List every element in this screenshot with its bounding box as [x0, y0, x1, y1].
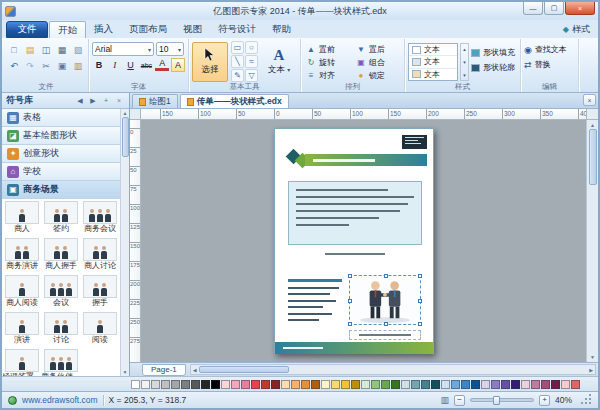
library-panel-header[interactable]: ▦ 表格 — [2, 109, 120, 127]
color-swatch[interactable] — [251, 380, 260, 389]
color-swatch[interactable] — [521, 380, 530, 389]
color-swatch[interactable] — [261, 380, 270, 389]
font-style-button[interactable]: B — [92, 58, 106, 72]
symbol-item[interactable]: 经理签署文件 — [3, 349, 41, 376]
symbol-item[interactable]: 商人 — [3, 201, 41, 237]
sidebar-scrollbar[interactable]: ▲ ▼ — [120, 109, 129, 376]
company-logo-block[interactable] — [402, 135, 427, 149]
selection-handle[interactable] — [418, 322, 422, 326]
sidebar-header-button[interactable]: × — [113, 95, 125, 107]
color-swatch[interactable] — [221, 380, 230, 389]
selection-handle[interactable] — [348, 322, 352, 326]
color-swatch[interactable] — [331, 380, 340, 389]
color-swatch[interactable] — [321, 380, 330, 389]
color-swatch[interactable] — [381, 380, 390, 389]
draw-tool-icon[interactable]: ○ — [245, 41, 258, 54]
selection-handle[interactable] — [418, 274, 422, 278]
document-tab[interactable]: 绘图1 — [132, 94, 178, 108]
zoom-slider-thumb[interactable] — [493, 396, 500, 405]
body-text-block[interactable] — [288, 181, 422, 245]
shape-style-button[interactable]: 形状填充 — [471, 47, 515, 58]
scrollbar-thumb[interactable] — [199, 366, 289, 373]
selection-handle[interactable] — [348, 299, 352, 303]
arrange-button[interactable]: ▲置前 — [304, 43, 352, 56]
library-panel-header[interactable]: ✦ 创意形状 — [2, 145, 120, 163]
color-swatch[interactable] — [411, 380, 420, 389]
scroll-down-icon[interactable]: ▼ — [123, 369, 128, 375]
style-panel-button[interactable]: ◆ 样式 — [563, 23, 594, 38]
window-control-button[interactable]: × — [565, 2, 595, 15]
font-style-button[interactable]: A — [171, 58, 185, 72]
color-swatch[interactable] — [481, 380, 490, 389]
color-swatch[interactable] — [181, 380, 190, 389]
selection-handle[interactable] — [384, 274, 388, 278]
color-swatch[interactable] — [341, 380, 350, 389]
symbol-item[interactable]: 签约 — [42, 201, 80, 237]
color-swatch[interactable] — [461, 380, 470, 389]
arrange-button[interactable]: ▼置后 — [354, 43, 402, 56]
contact-info-block[interactable] — [288, 279, 342, 321]
ribbon-tab[interactable]: 页面布局 — [121, 21, 175, 38]
color-swatch[interactable] — [511, 380, 520, 389]
color-swatch[interactable] — [201, 380, 210, 389]
symbol-item[interactable]: 商人握手 — [42, 238, 80, 274]
scroll-up-icon[interactable]: ▲ — [123, 110, 128, 116]
ribbon-tab[interactable]: 帮助 — [264, 21, 299, 38]
ribbon-tab[interactable]: 视图 — [175, 21, 210, 38]
title-bar[interactable]: 亿图图示专家 2014 - 传单——块状样式.edx —▢× — [2, 2, 598, 20]
file-tool-icon[interactable]: □ — [7, 43, 21, 56]
font-style-button[interactable]: U — [124, 58, 138, 72]
symbol-item[interactable]: 握手 — [81, 275, 119, 311]
color-swatch[interactable] — [281, 380, 290, 389]
symbol-item[interactable]: 商务伙伴介绍 — [42, 349, 80, 376]
sidebar-header-button[interactable]: + — [100, 95, 112, 107]
ribbon-tab[interactable]: 符号设计 — [210, 21, 264, 38]
symbol-item[interactable]: 商务会议 — [81, 201, 119, 237]
file-tool-icon[interactable]: ▧ — [71, 43, 85, 56]
file-tool-icon[interactable]: ↶ — [7, 59, 21, 72]
draw-tool-icon[interactable]: ✎ — [231, 69, 244, 82]
document-tab[interactable]: 传单——块状样式.edx — [180, 94, 289, 108]
file-tool-icon[interactable]: ▤ — [23, 43, 37, 56]
symbol-item[interactable]: 讨论 — [42, 312, 80, 348]
color-swatch[interactable] — [191, 380, 200, 389]
color-swatch[interactable] — [531, 380, 540, 389]
color-swatch[interactable] — [491, 380, 500, 389]
fit-page-button[interactable]: ▥ — [440, 395, 449, 405]
zoom-out-button[interactable]: − — [454, 395, 465, 406]
sidebar-header-button[interactable]: ▶ — [87, 95, 99, 107]
canvas[interactable] — [141, 120, 586, 362]
file-tool-icon[interactable]: ▦ — [55, 43, 69, 56]
text-style-preset[interactable]: 文本 — [409, 69, 457, 80]
color-swatch[interactable] — [141, 380, 150, 389]
selection-handle[interactable] — [384, 322, 388, 326]
color-swatch[interactable] — [391, 380, 400, 389]
color-swatch[interactable] — [471, 380, 480, 389]
gallery-arrow-icon[interactable]: ▾ — [463, 72, 466, 78]
color-swatch[interactable] — [401, 380, 410, 389]
color-swatch[interactable] — [561, 380, 570, 389]
zoom-slider[interactable] — [470, 398, 534, 402]
library-panel-header[interactable]: ◪ 基本绘图形状 — [2, 127, 120, 145]
color-swatch[interactable] — [371, 380, 380, 389]
font-style-button[interactable]: abc — [139, 58, 153, 72]
file-tool-icon[interactable]: ◫ — [39, 43, 53, 56]
color-swatch[interactable] — [501, 380, 510, 389]
color-swatch[interactable] — [231, 380, 240, 389]
color-swatch[interactable] — [311, 380, 320, 389]
symbol-item[interactable]: 演讲 — [3, 312, 41, 348]
flyer-page[interactable] — [274, 128, 434, 354]
font-style-button[interactable]: I — [108, 58, 122, 72]
website-link[interactable]: www.edrawsoft.com — [22, 395, 98, 405]
window-control-button[interactable]: — — [523, 2, 543, 15]
scrollbar-thumb[interactable] — [122, 117, 129, 157]
draw-tool-icon[interactable]: ╲ — [231, 55, 244, 68]
window-control-button[interactable]: ▢ — [544, 2, 564, 15]
select-tool-button[interactable]: 选择 — [192, 42, 228, 82]
close-document-button[interactable]: × — [583, 94, 596, 106]
symbol-item[interactable]: 商人讨论 — [81, 238, 119, 274]
color-swatch[interactable] — [351, 380, 360, 389]
font-size-select[interactable]: 10 ▾ — [156, 42, 184, 56]
gallery-arrow-icon[interactable]: ▴ — [463, 46, 466, 52]
ribbon-tab[interactable]: 开始 — [49, 21, 86, 38]
